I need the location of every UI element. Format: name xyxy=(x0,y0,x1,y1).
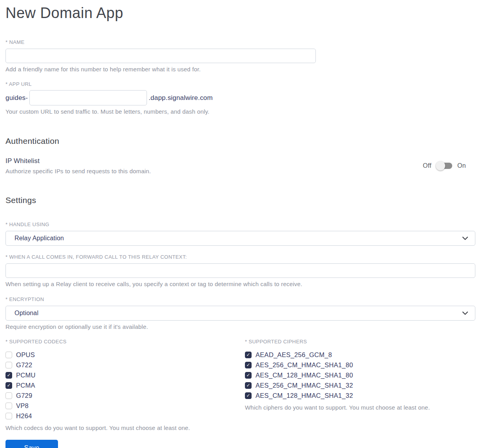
save-button[interactable]: Save xyxy=(5,440,58,448)
checkbox-icon xyxy=(5,382,12,389)
ip-whitelist-toggle[interactable] xyxy=(437,163,452,169)
encryption-select[interactable]: Optional xyxy=(5,306,475,321)
checkbox-icon xyxy=(5,413,12,419)
ip-whitelist-text-block: IP Whitelist Authorize specific IPs to s… xyxy=(5,157,151,174)
app-url-suffix: .dapp.signalwire.com xyxy=(149,94,213,102)
encryption-label: * ENCRYPTION xyxy=(5,296,475,302)
supported-ciphers-group: * SUPPORTED CIPHERS AEAD_AES_256_GCM_8 A… xyxy=(245,339,475,431)
toggle-on-label: On xyxy=(457,162,466,169)
checkbox-icon xyxy=(245,382,252,389)
cipher-option-aes-cm-128-hmac-sha1-32[interactable]: AES_CM_128_HMAC_SHA1_32 xyxy=(245,390,475,401)
ciphers-list: AEAD_AES_256_GCM_8 AES_256_CM_HMAC_SHA1_… xyxy=(245,350,475,401)
name-label: * NAME xyxy=(5,39,475,45)
toggle-knob-icon xyxy=(436,161,445,170)
app-url-prefix: guides- xyxy=(5,94,28,102)
name-helper-text: Add a friendly name for this number to h… xyxy=(5,66,475,73)
codec-option-opus[interactable]: OPUS xyxy=(5,350,245,360)
app-url-input[interactable] xyxy=(29,90,147,105)
cipher-label: AES_256_CM_HMAC_SHA1_32 xyxy=(255,382,353,389)
ip-whitelist-row: IP Whitelist Authorize specific IPs to s… xyxy=(5,157,475,174)
codec-label: G722 xyxy=(16,361,33,369)
relay-context-helper-text: When setting up a Relay client to receiv… xyxy=(5,281,475,287)
checkbox-icon xyxy=(245,392,252,399)
page-title: New Domain App xyxy=(5,5,475,22)
settings-heading: Settings xyxy=(5,196,475,205)
codec-label: OPUS xyxy=(16,351,35,359)
codec-label: PCMA xyxy=(16,382,35,389)
cipher-option-aead-aes-256-gcm-8[interactable]: AEAD_AES_256_GCM_8 xyxy=(245,350,475,360)
codec-option-h264[interactable]: H264 xyxy=(5,411,245,421)
codec-label: H264 xyxy=(16,412,32,420)
chevron-down-icon xyxy=(462,235,468,241)
codec-option-vp8[interactable]: VP8 xyxy=(5,401,245,411)
supported-ciphers-label: * SUPPORTED CIPHERS xyxy=(245,339,475,345)
checkbox-icon xyxy=(5,352,12,358)
handle-using-field-group: * HANDLE USING Relay Application xyxy=(5,221,475,246)
supported-codecs-label: * SUPPORTED CODECS xyxy=(5,339,245,345)
checkbox-icon xyxy=(245,352,252,358)
cipher-option-aes-cm-128-hmac-sha1-80[interactable]: AES_CM_128_HMAC_SHA1_80 xyxy=(245,370,475,380)
relay-context-field-group: * WHEN A CALL COMES IN, FORWARD CALL TO … xyxy=(5,254,475,287)
handle-using-label: * HANDLE USING xyxy=(5,221,475,227)
app-url-label: * APP URL xyxy=(5,81,475,87)
checkbox-icon xyxy=(5,403,12,409)
ip-whitelist-label: IP Whitelist xyxy=(5,157,151,165)
settings-section: Settings * HANDLE USING Relay Applicatio… xyxy=(5,196,475,431)
relay-context-label: * WHEN A CALL COMES IN, FORWARD CALL TO … xyxy=(5,254,475,260)
authentication-section: Authentication IP Whitelist Authorize sp… xyxy=(5,136,475,174)
checkbox-icon xyxy=(5,372,12,379)
new-domain-app-form: New Domain App * NAME Add a friendly nam… xyxy=(0,0,482,448)
name-input[interactable] xyxy=(5,49,316,63)
encryption-value: Optional xyxy=(14,310,38,317)
codecs-list: OPUS G722 PCMU PCMA xyxy=(5,350,245,421)
relay-context-input[interactable] xyxy=(5,263,475,278)
codec-option-pcmu[interactable]: PCMU xyxy=(5,370,245,380)
codec-option-g729[interactable]: G729 xyxy=(5,390,245,401)
cipher-label: AES_CM_128_HMAC_SHA1_32 xyxy=(255,392,353,399)
app-url-helper-text: Your custom URL to send traffic to. Must… xyxy=(5,108,475,115)
handle-using-value: Relay Application xyxy=(14,235,64,242)
encryption-field-group: * ENCRYPTION Optional Require encryption… xyxy=(5,296,475,330)
app-url-field-group: * APP URL guides- .dapp.signalwire.com Y… xyxy=(5,81,475,115)
checkbox-icon xyxy=(5,392,12,399)
encryption-helper-text: Require encryption or optionally use it … xyxy=(5,323,475,330)
ip-whitelist-helper-text: Authorize specific IPs to send requests … xyxy=(5,168,151,174)
ciphers-helper-text: Which ciphers do you want to support. Yo… xyxy=(245,404,475,411)
handle-using-select[interactable]: Relay Application xyxy=(5,231,475,246)
chevron-down-icon xyxy=(462,310,468,316)
cipher-label: AES_CM_128_HMAC_SHA1_80 xyxy=(255,372,353,379)
codec-option-g722[interactable]: G722 xyxy=(5,360,245,370)
codecs-helper-text: Which codecs do you want to support. You… xyxy=(5,424,245,431)
supported-codecs-group: * SUPPORTED CODECS OPUS G722 PCMU xyxy=(5,339,245,431)
name-field-group: * NAME Add a friendly name for this numb… xyxy=(5,39,475,73)
checkbox-icon xyxy=(245,362,252,368)
toggle-off-label: Off xyxy=(423,162,431,169)
checkbox-icon xyxy=(5,362,12,368)
cipher-label: AEAD_AES_256_GCM_8 xyxy=(255,351,332,359)
codec-label: PCMU xyxy=(16,372,36,379)
cipher-label: AES_256_CM_HMAC_SHA1_80 xyxy=(255,361,353,369)
authentication-heading: Authentication xyxy=(5,136,475,146)
app-url-row: guides- .dapp.signalwire.com xyxy=(5,90,475,105)
codec-label: VP8 xyxy=(16,402,29,410)
cipher-option-aes-256-cm-hmac-sha1-32[interactable]: AES_256_CM_HMAC_SHA1_32 xyxy=(245,380,475,390)
codecs-ciphers-columns: * SUPPORTED CODECS OPUS G722 PCMU xyxy=(5,339,475,431)
ip-whitelist-toggle-group: Off On xyxy=(423,162,475,169)
checkbox-icon xyxy=(245,372,252,379)
codec-label: G729 xyxy=(16,392,33,399)
codec-option-pcma[interactable]: PCMA xyxy=(5,380,245,390)
cipher-option-aes-256-cm-hmac-sha1-80[interactable]: AES_256_CM_HMAC_SHA1_80 xyxy=(245,360,475,370)
